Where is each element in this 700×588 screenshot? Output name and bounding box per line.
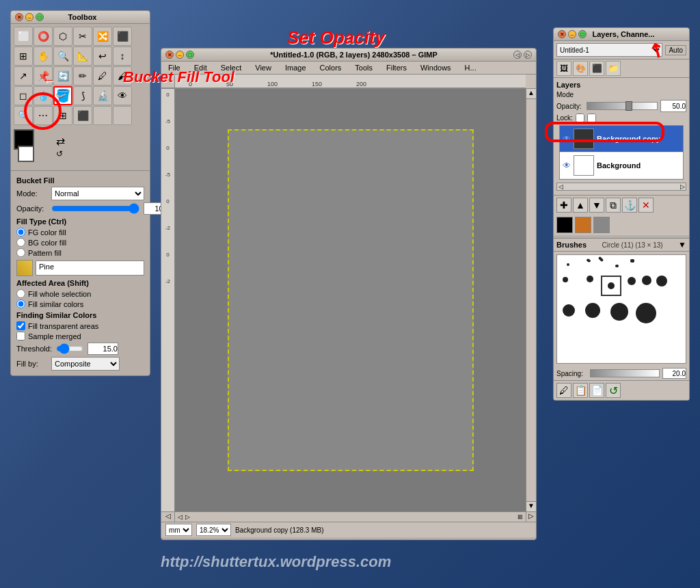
layers-min-btn[interactable]: – [568, 30, 576, 38]
menu-select[interactable]: Select [217, 62, 246, 73]
scissors-tool[interactable]: 🔀 [93, 27, 112, 46]
brushes-collapse-btn[interactable]: ▼ [678, 240, 686, 250]
color-picker-tool[interactable]: 🔍 [14, 106, 33, 125]
healing-tool[interactable]: 👁 [113, 86, 132, 105]
layer-effects-btn[interactable]: 🎨 [573, 61, 588, 76]
brush-copy-btn[interactable]: 📋 [573, 383, 588, 398]
main-extra-btn1[interactable]: ◁ [513, 51, 522, 59]
toolbox-min-btn[interactable]: – [25, 13, 33, 21]
layer-item-bg-copy[interactable]: 👁 Background copy [560, 126, 683, 152]
main-extra-btn2[interactable]: ▷ [524, 51, 532, 59]
lower-layer-btn[interactable]: ▼ [589, 198, 604, 213]
canvas[interactable] [228, 129, 474, 471]
bg-fill-radio[interactable] [16, 238, 25, 247]
layer-eye-bg[interactable]: 👁 [563, 161, 571, 170]
shear-tool[interactable]: ↗ [14, 66, 33, 85]
delete-layer-btn[interactable]: ✕ [638, 198, 654, 213]
zoom-tool[interactable]: 🔍 [53, 46, 72, 66]
scrollbar-right-btn[interactable]: ▷ [526, 512, 536, 522]
pattern-preview[interactable] [16, 260, 33, 276]
pattern-fill-radio[interactable] [16, 248, 25, 257]
sample-merged-checkbox[interactable] [16, 332, 25, 340]
layers-scroll-right[interactable]: ▷ [679, 183, 686, 190]
threshold-slider[interactable] [56, 343, 83, 354]
layer-group-btn[interactable]: 📁 [606, 61, 621, 76]
auto-btn[interactable]: Auto [665, 45, 686, 55]
doc-select[interactable]: Untitled-1 [556, 43, 662, 57]
mode-select[interactable]: Normal [51, 187, 144, 200]
main-max-btn[interactable]: □ [186, 51, 194, 59]
perspective-tool[interactable]: 📌 [33, 66, 53, 85]
layer-mask-btn[interactable]: ⬛ [589, 61, 604, 76]
spacing-slider[interactable] [590, 369, 660, 377]
eraser-tool[interactable]: ◻ [14, 86, 33, 105]
fg-fill-radio[interactable] [16, 228, 25, 237]
fill-similar-radio[interactable] [16, 299, 25, 308]
scrollbar-h-track[interactable]: ◁ ▷ ⊞ [175, 512, 526, 522]
paintbrush-tool[interactable]: 🖌 [113, 66, 132, 85]
main-min-btn[interactable]: – [176, 51, 184, 59]
fill-whole-radio[interactable] [16, 289, 25, 298]
toolbox-max-btn[interactable]: □ [36, 13, 44, 21]
background-color-swatch[interactable] [18, 146, 34, 162]
menu-filters[interactable]: Filters [382, 62, 411, 73]
brush-selected[interactable] [601, 276, 621, 296]
unit-select[interactable]: mm [165, 524, 192, 536]
layer-eye-bg-copy[interactable]: 👁 [563, 134, 571, 144]
layer-opacity-value[interactable]: 50.0 [660, 100, 686, 112]
layers-close-btn[interactable]: ✕ [558, 30, 566, 38]
brush-refresh-btn[interactable]: ↺ [606, 383, 621, 398]
brush-new-btn[interactable]: 🖊 [556, 383, 571, 398]
toolbox-close-btn[interactable]: ✕ [15, 13, 23, 21]
duplicate-layer-btn[interactable]: ⧉ [606, 198, 621, 213]
anchor-layer-btn[interactable]: ⚓ [622, 198, 637, 213]
canvas-area[interactable] [175, 89, 526, 511]
scrollbar-horizontal[interactable]: ◁ ◁ ▷ ⊞ ▷ [161, 511, 536, 522]
menu-view[interactable]: View [251, 62, 275, 73]
lock-alpha-checkbox[interactable] [587, 113, 596, 122]
layer-item-bg[interactable]: 👁 Background [560, 152, 683, 179]
layers-max-btn[interactable]: □ [578, 30, 587, 38]
airbrush-tool[interactable]: 💧 [33, 86, 53, 105]
scale-tool[interactable]: ↕ [113, 46, 132, 66]
menu-image[interactable]: Image [281, 62, 310, 73]
rotate-tool[interactable]: ↩ [93, 46, 112, 66]
foreground-select-tool[interactable]: ⬛ [113, 27, 132, 46]
spacing-value[interactable]: 20.0 [662, 368, 686, 379]
scrollbar-vertical[interactable]: ▲ ▼ [526, 89, 536, 511]
menu-tools[interactable]: Tools [351, 62, 377, 73]
fillby-select[interactable]: Composite [51, 357, 120, 371]
new-layer-type-btn[interactable]: 🖼 [556, 61, 571, 76]
dodge-burn-tool[interactable]: ⊞ [53, 106, 72, 125]
zoom-select[interactable]: 18.2% [196, 524, 231, 536]
bucket-fill-tool-btn[interactable]: 🪣 [53, 86, 72, 105]
brushes-grid[interactable] [556, 254, 686, 364]
gray-color-btn[interactable] [593, 217, 610, 233]
orange-color-btn[interactable] [575, 217, 591, 233]
menu-windows[interactable]: Windows [416, 62, 455, 73]
layers-scroll-left[interactable]: ◁ [557, 183, 564, 190]
new-layer-btn[interactable]: ✚ [556, 198, 571, 213]
blend-tool[interactable]: ⟆ [73, 86, 92, 105]
layers-scrollbar[interactable]: ◁ ▷ [556, 183, 686, 191]
fill-transparent-checkbox[interactable] [16, 321, 25, 330]
flip-tool[interactable]: 🔄 [53, 66, 72, 85]
scrollbar-track[interactable] [526, 99, 536, 501]
ellipse-select-tool[interactable]: ⭕ [33, 27, 53, 46]
black-color-btn[interactable] [556, 217, 573, 233]
pattern-name-box[interactable]: Pine [36, 260, 144, 276]
scrollbar-up-btn[interactable]: ▲ [526, 89, 536, 99]
pencil-tool[interactable]: 🖊 [93, 66, 112, 85]
free-select-tool[interactable]: ⬡ [53, 27, 72, 46]
opacity-slider[interactable] [51, 204, 139, 213]
clone-tool[interactable]: 🔬 [93, 86, 112, 105]
align-tool[interactable]: ⊞ [14, 46, 33, 66]
threshold-value[interactable]: 15.0 [88, 343, 118, 355]
lock-pixels-checkbox[interactable] [576, 113, 584, 122]
fuzzy-select-tool[interactable]: ✂ [73, 27, 92, 46]
menu-file[interactable]: File [164, 62, 185, 73]
measure-tool[interactable]: 📐 [73, 46, 92, 66]
menu-edit[interactable]: Edit [190, 62, 211, 73]
smudge-tool[interactable]: ⋯ [33, 106, 53, 125]
swap-colors-btn[interactable]: ⇄ [56, 135, 65, 148]
